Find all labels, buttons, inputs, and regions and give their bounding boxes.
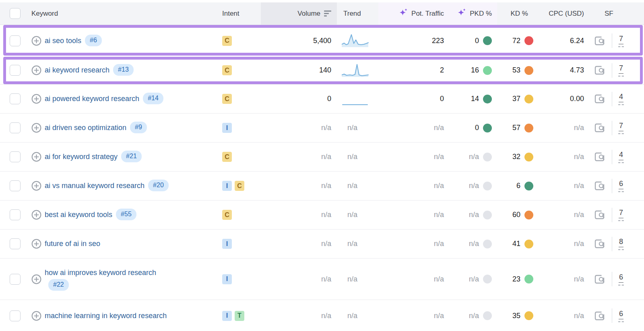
keyword-link[interactable]: best ai keyword tools <box>45 211 112 219</box>
expand-plus-icon[interactable] <box>31 152 41 162</box>
table-row: ai for keyword strategy#21 C n/a n/a n/a… <box>0 143 644 172</box>
intent-badge-C: C <box>222 152 232 162</box>
volume-value: n/a <box>261 172 337 200</box>
sf-dashes <box>618 220 624 221</box>
keyword-link[interactable]: machine learning in keyword research <box>45 312 167 320</box>
trend-sparkline: n/a <box>337 259 378 300</box>
pkd-difficulty-dot <box>483 211 492 219</box>
column-header-keyword[interactable]: Keyword <box>31 2 216 25</box>
column-header-pkd[interactable]: PKD % <box>451 2 497 25</box>
keyword-link[interactable]: ai keyword research <box>45 66 109 74</box>
serp-preview-icon[interactable] <box>594 310 606 321</box>
expand-plus-icon[interactable] <box>31 274 41 284</box>
serp-preview-icon[interactable] <box>594 93 606 104</box>
keyword-link[interactable]: ai powered keyword research <box>45 95 139 103</box>
intent-badges: C <box>216 201 261 229</box>
cpc-value: 6.24 <box>535 25 588 56</box>
serp-preview-icon[interactable] <box>594 238 606 249</box>
expand-plus-icon[interactable] <box>31 94 41 104</box>
expand-plus-icon[interactable] <box>31 65 41 75</box>
keyword-cell: best ai keyword tools#55 <box>45 209 136 221</box>
sf-count[interactable]: 6 <box>618 310 624 322</box>
sf-number: 7 <box>619 209 623 218</box>
kd-value: 53 <box>497 56 535 84</box>
sf-divider <box>612 121 612 135</box>
keyword-cell: ai vs manual keyword research#20 <box>45 180 169 192</box>
serp-preview-icon[interactable] <box>594 274 606 285</box>
expand-plus-icon[interactable] <box>31 210 41 220</box>
keyword-link[interactable]: ai vs manual keyword research <box>45 182 144 190</box>
expand-plus-icon[interactable] <box>31 123 41 133</box>
column-header-cpc[interactable]: CPC (USD) <box>535 2 588 25</box>
sf-count[interactable]: 7 <box>618 35 624 47</box>
pkd-value: n/a <box>451 300 497 331</box>
sf-count[interactable]: 6 <box>618 180 624 192</box>
row-checkbox[interactable] <box>10 180 21 191</box>
sf-dashes <box>618 285 624 285</box>
serp-preview-icon[interactable] <box>594 65 606 76</box>
intent-badges: I <box>216 114 261 142</box>
sf-count[interactable]: 7 <box>618 64 624 77</box>
row-checkbox[interactable] <box>10 310 21 321</box>
sf-count[interactable]: 7 <box>618 209 624 221</box>
select-all-checkbox[interactable] <box>10 8 21 19</box>
pkd-value: n/a <box>451 172 497 200</box>
serp-preview-icon[interactable] <box>594 122 606 133</box>
kd-difficulty-dot <box>524 124 533 132</box>
keyword-link[interactable]: ai seo tools <box>45 37 81 45</box>
keyword-link[interactable]: future of ai in seo <box>45 240 100 248</box>
expand-plus-icon[interactable] <box>31 239 41 249</box>
column-header-sf[interactable]: SF <box>588 2 644 25</box>
pot-traffic-value: n/a <box>378 143 451 171</box>
sf-count[interactable]: 7 <box>618 122 624 134</box>
kd-value: 41 <box>497 230 535 258</box>
row-checkbox[interactable] <box>10 209 21 220</box>
row-checkbox[interactable] <box>10 274 21 285</box>
sf-count[interactable]: 4 <box>618 151 624 163</box>
kd-difficulty-dot <box>524 66 533 75</box>
sf-count[interactable]: 6 <box>618 273 624 285</box>
table-body: ai seo tools#6 C 5,400 223 0 72 6.24 7 <box>0 25 644 331</box>
volume-value: 0 <box>261 85 337 113</box>
expand-plus-icon[interactable] <box>31 181 41 191</box>
row-checkbox[interactable] <box>10 122 21 133</box>
volume-value: n/a <box>261 259 337 300</box>
row-checkbox[interactable] <box>10 35 21 46</box>
serp-preview-icon[interactable] <box>594 35 606 46</box>
sf-count[interactable]: 8 <box>618 238 624 250</box>
row-checkbox[interactable] <box>10 93 21 104</box>
row-checkbox[interactable] <box>10 238 21 249</box>
intent-badge-I: I <box>222 239 232 249</box>
keyword-link[interactable]: ai driven seo optimization <box>45 124 126 132</box>
sf-divider <box>612 150 612 164</box>
column-header-kd[interactable]: KD % <box>497 2 535 25</box>
intent-badges: I <box>216 230 261 258</box>
keyword-link[interactable]: how ai improves keyword research <box>45 269 156 277</box>
keyword-table: Keyword Intent Volume Trend Pot. Traffic… <box>0 0 644 331</box>
keyword-cell: machine learning in keyword research <box>45 310 167 322</box>
serp-preview-icon[interactable] <box>594 151 606 162</box>
pot-traffic-value: n/a <box>378 114 451 142</box>
kd-value: 72 <box>497 25 535 56</box>
keyword-link[interactable]: ai for keyword strategy <box>45 153 118 161</box>
row-checkbox[interactable] <box>10 65 21 76</box>
cpc-value: 0.00 <box>535 85 588 113</box>
kd-difficulty-dot <box>524 95 533 103</box>
column-label: KD % <box>511 10 528 18</box>
intent-badge-T: T <box>235 311 244 321</box>
column-header-pot-traffic[interactable]: Pot. Traffic <box>378 2 451 25</box>
sf-count[interactable]: 4 <box>618 93 624 105</box>
sf-divider <box>612 272 612 286</box>
pot-traffic-value: n/a <box>378 300 451 331</box>
ai-sparkle-icon <box>457 8 466 19</box>
serp-preview-icon[interactable] <box>594 180 606 191</box>
sf-dashes <box>618 76 624 77</box>
row-checkbox[interactable] <box>10 151 21 162</box>
column-header-trend[interactable]: Trend <box>337 2 378 25</box>
column-header-intent[interactable]: Intent <box>216 2 261 25</box>
expand-plus-icon[interactable] <box>31 36 41 46</box>
trend-sparkline <box>337 85 378 113</box>
expand-plus-icon[interactable] <box>31 311 41 321</box>
column-header-volume[interactable]: Volume <box>261 2 337 25</box>
serp-preview-icon[interactable] <box>594 209 606 220</box>
